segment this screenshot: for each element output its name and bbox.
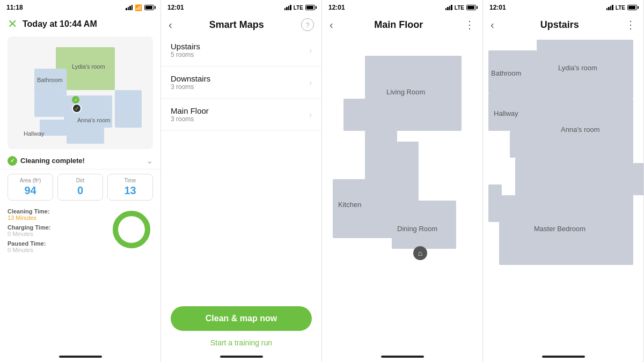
connector-u2 [515,158,633,198]
dirt-value: 0 [62,184,98,197]
map-mainfloor-rooms: 3 rooms [171,115,209,123]
battery-icon-2 [305,5,315,10]
panel-main-floor: 12:01 LTE ‹ Main Floor ⋮ Living Room Ki [322,0,483,362]
svg-point-1 [115,213,148,246]
main-floor-map: Living Room Kitchen Dining Room ⌂ [322,34,482,362]
back-button-4[interactable]: ‹ [491,19,494,31]
detail-labels: Cleaning Time: 13 Minutes Charging Time:… [8,208,105,256]
close-button[interactable]: ✕ [8,18,17,30]
signal-bars-4 [606,5,613,10]
cleaning-time-row: Cleaning Time: 13 Minutes [8,208,105,221]
charging-time-key: Charging Time: [8,224,105,231]
charging-time-val: 0 Minutes [8,231,105,237]
label-lydia-u: Lydia's room [558,64,597,72]
cc-left: ✓ Cleaning complete! [8,156,85,166]
status-time-2: 12:01 [167,4,184,11]
map-item-mainfloor[interactable]: Main Floor 3 rooms › [161,99,321,131]
upstairs-map: Bathroom Lydia's room Hallway Anna's roo… [483,34,643,362]
area-value: 94 [12,184,48,197]
map-item-downstairs[interactable]: Downstairs 3 rooms › [161,67,321,99]
lte-label-4: LTE [616,5,625,11]
map-list: Upstairs 5 rooms › Downstairs 3 rooms › … [161,34,321,131]
status-bar-3: 12:01 LTE [322,0,482,14]
cleaning-time-key: Cleaning Time: [8,208,105,215]
help-button[interactable]: ? [301,18,314,31]
signal-bars-3 [445,5,452,10]
time-value: 13 [112,184,148,197]
cleaning-map: Lydia's room Bathroom Hallway Anna's roo… [8,36,153,149]
paused-time-val: 0 Minutes [8,247,105,253]
battery-icon-3 [466,5,476,10]
map-downstairs-rooms: 3 rooms [171,83,210,91]
hallway-shape [34,95,64,117]
lte-label-2: LTE [294,5,303,11]
stat-area: Area (ft²) 94 [8,174,53,201]
extra-u1 [488,184,502,222]
area-label: Area (ft²) [12,178,48,183]
status-icons-2: LTE [284,5,315,11]
extra-u2 [633,163,643,195]
status-bar-4: 12:01 LTE [483,0,643,14]
extra-shape-2 [67,128,104,144]
home-bar-4 [542,356,585,358]
panel3-header: ‹ Main Floor ⋮ [322,14,482,34]
extra-shape-1 [115,90,142,128]
chevron-upstairs: › [309,46,312,55]
time-label: Time [112,178,148,183]
signal-bars-2 [284,5,291,10]
connector-shape-1 [343,99,370,131]
dots-menu-3[interactable]: ⋮ [464,18,475,31]
home-marker: ⌂ [413,246,427,260]
paused-time-key: Paused Time: [8,240,105,247]
lte-label-3: LTE [455,5,464,11]
chevron-mainfloor: › [309,110,312,119]
signal-bars-1 [126,5,133,10]
clean-map-button[interactable]: Clean & map now [171,306,312,331]
home-bar-1 [59,356,102,358]
label-kitchen: Kitchen [338,201,361,209]
stat-dirt: Dirt 0 [57,174,103,201]
label-hallway-u: Hallway [494,109,518,117]
map-upstairs-name: Upstairs [171,42,200,51]
status-icons-1: 📶 [126,4,154,11]
training-link[interactable]: Start a training run [210,338,272,347]
collapse-icon[interactable]: ⌄ [146,156,153,166]
page-title-2: Smart Maps [209,19,264,31]
label-master-u: Master Bedroom [534,225,586,233]
map-item-upstairs[interactable]: Upstairs 5 rooms › [161,34,321,67]
status-icons-4: LTE [606,5,637,11]
dots-menu-4[interactable]: ⋮ [625,18,636,31]
label-anna: Anna's room [77,117,110,123]
stats-row: Area (ft²) 94 Dirt 0 Time 13 [0,169,160,205]
connector-u1 [510,131,545,158]
back-button-3[interactable]: ‹ [330,19,333,31]
page-title-4: Upstairs [494,19,625,31]
details-section: Cleaning Time: 13 Minutes Charging Time:… [0,205,160,260]
panel2-header: ‹ Smart Maps ? [161,14,321,34]
map-downstairs-name: Downstairs [171,74,210,83]
status-bar-1: 11:18 📶 [0,0,160,14]
panel-upstairs: 12:01 LTE ‹ Upstairs ⋮ [483,0,644,362]
green-check: ✓ [8,156,17,166]
status-icons-3: LTE [445,5,476,11]
robot-dot [72,104,82,113]
charging-time-row: Charging Time: 0 Minutes [8,224,105,237]
home-bar-2 [220,356,263,358]
status-time-4: 12:01 [489,4,506,11]
label-bathroom-u: Bathroom [491,69,521,77]
donut-chart [110,208,153,251]
chevron-downstairs: › [309,78,312,87]
check-badge: ✓ [72,96,79,104]
label-bathroom: Bathroom [37,77,63,83]
label-living: Living Room [386,88,425,96]
label-dining: Dining Room [397,225,437,233]
panel4-header: ‹ Upstairs ⋮ [483,14,643,34]
cleaning-time-val: 13 Minutes [8,215,105,221]
connector-shape-2 [365,131,397,182]
status-time-3: 12:01 [328,4,345,11]
panel-cleaning-complete: 11:18 📶 ✕ Today at 10:44 AM Lydia's room… [0,0,161,362]
label-hallway: Hallway [24,130,45,137]
back-button-2[interactable]: ‹ [169,19,172,31]
page-title-1: Today at 10:44 AM [23,19,97,29]
battery-icon-1 [144,5,154,10]
